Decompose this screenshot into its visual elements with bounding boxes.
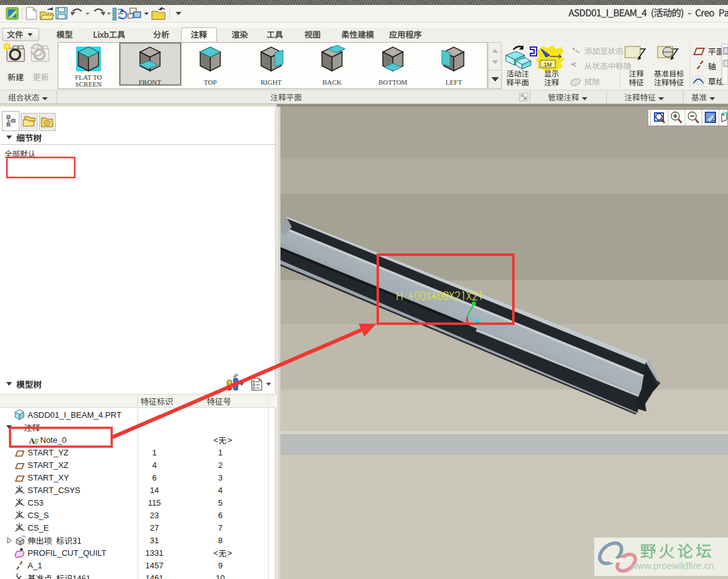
svg-text:<: < (213, 548, 218, 558)
svg-text:14: 14 (150, 486, 159, 495)
svg-text:Note_0: Note_0 (40, 435, 67, 445)
svg-text:9: 9 (218, 561, 222, 570)
svg-text:<: < (213, 435, 218, 445)
svg-text:3: 3 (218, 473, 222, 482)
svg-text:4: 4 (218, 486, 222, 495)
svg-text:START_YZ: START_YZ (28, 448, 68, 457)
svg-text:CS3: CS3 (28, 498, 43, 507)
svg-text:START_XZ: START_XZ (28, 460, 68, 470)
svg-text:6: 6 (152, 473, 156, 482)
svg-text:8: 8 (218, 536, 222, 545)
svg-text:>: > (227, 435, 232, 445)
svg-text:1: 1 (218, 448, 222, 457)
svg-text:.1M: .1M (542, 61, 552, 68)
svg-text:CS_E: CS_E (28, 523, 49, 533)
svg-text:1: 1 (152, 448, 156, 457)
svg-text:7: 7 (218, 523, 222, 533)
svg-text:1457: 1457 (146, 561, 164, 570)
svg-text:BOTTOM: BOTTOM (378, 78, 407, 86)
svg-text:1461: 1461 (146, 573, 164, 579)
svg-text:ASDD01_I_BEAM_4.PRT: ASDD01_I_BEAM_4.PRT (28, 410, 121, 420)
svg-text:6: 6 (218, 511, 222, 520)
svg-text:START_CSYS: START_CSYS (28, 486, 80, 495)
svg-text:LEFT: LEFT (446, 78, 463, 86)
svg-text:27: 27 (150, 523, 159, 533)
svg-text:5: 5 (218, 498, 222, 507)
svg-text:START_XY: START_XY (28, 473, 69, 482)
svg-text:115: 115 (148, 498, 161, 507)
svg-text:www.proewildfire.cn: www.proewildfire.cn (630, 560, 714, 571)
svg-text:1331: 1331 (146, 548, 164, 558)
svg-text:BACK: BACK (323, 78, 342, 86)
svg-text:x: x (16, 571, 18, 577)
svg-text:4: 4 (152, 460, 156, 470)
svg-text:23: 23 (150, 511, 159, 520)
svg-text:TOP: TOP (204, 78, 217, 86)
svg-text:FRONT: FRONT (139, 78, 161, 86)
svg-text:A_1: A_1 (28, 561, 42, 570)
svg-text:PROFIL_CUT_QUILT: PROFIL_CUT_QUILT (28, 548, 107, 558)
svg-text:A: A (29, 436, 35, 445)
svg-text:10: 10 (216, 573, 225, 579)
svg-text:SCREEN: SCREEN (75, 80, 102, 88)
svg-text:31: 31 (150, 536, 159, 545)
svg-text:RIGHT: RIGHT (260, 78, 282, 86)
svg-text:CS_S: CS_S (28, 511, 49, 520)
svg-text:2: 2 (218, 460, 222, 470)
svg-text:>: > (227, 548, 232, 558)
